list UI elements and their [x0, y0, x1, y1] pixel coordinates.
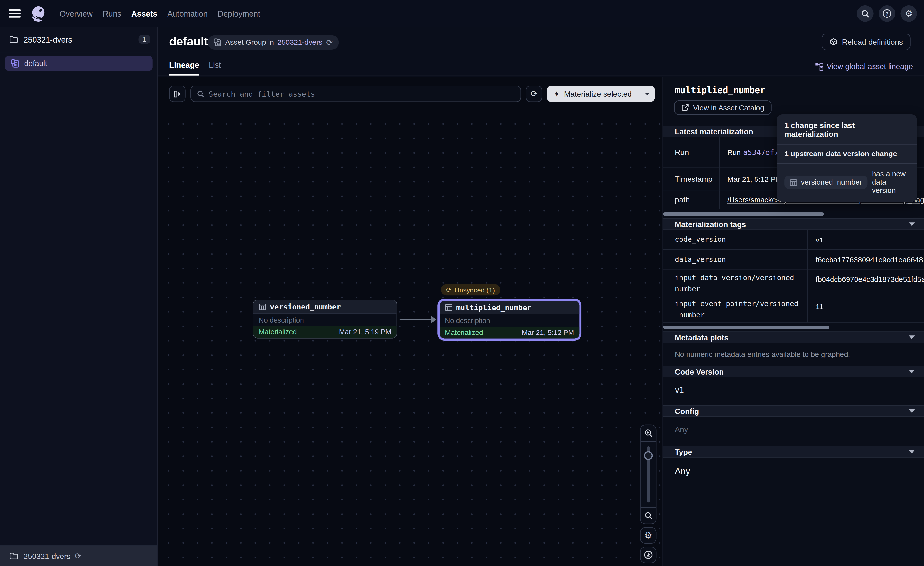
section-label: Metadata plots: [675, 333, 729, 342]
asset-groups-sidebar: 250321-dvers 1 default 250321-dvers ⟳: [0, 27, 158, 566]
reload-definitions-label: Reload definitions: [842, 38, 903, 46]
folder-icon: [9, 35, 18, 44]
badge-group-link[interactable]: 250321-dvers: [278, 38, 322, 47]
chevron-down-icon[interactable]: [909, 336, 915, 339]
sidebar-footer-label: 250321-dvers: [24, 552, 70, 560]
asset-details-panel: multiplied_number View in Asset Catalog …: [663, 77, 924, 566]
chevron-down-icon: [645, 92, 650, 95]
search-button[interactable]: [857, 5, 873, 22]
page-title: default: [169, 35, 208, 48]
tag-value: f6ccba1776380941e9cd1ea66481d: [808, 250, 924, 270]
run-prefix: Run: [728, 148, 741, 157]
view-global-asset-lineage-link[interactable]: View global asset lineage: [815, 62, 913, 71]
section-label: Type: [675, 447, 692, 456]
nav-item-overview[interactable]: Overview: [60, 9, 93, 18]
asset-node-multiplied-number[interactable]: multiplied_number No description Materia…: [438, 300, 580, 340]
settings-button[interactable]: ⚙: [900, 5, 917, 22]
help-button[interactable]: ?: [879, 5, 896, 22]
tag-key: input_event_pointer/versioned_number: [663, 297, 808, 322]
sidebar-item-default[interactable]: default: [4, 56, 153, 71]
run-id-link[interactable]: a5347ef7: [743, 148, 778, 157]
view-in-asset-catalog-button[interactable]: View in Asset Catalog: [674, 100, 771, 115]
refresh-graph-button[interactable]: ⟳: [526, 86, 542, 102]
refresh-icon[interactable]: ⟳: [75, 552, 81, 560]
zoom-in-button[interactable]: [640, 425, 656, 442]
materialize-dropdown-toggle[interactable]: [639, 86, 655, 102]
zoom-controls: [640, 424, 657, 524]
zoom-slider-thumb[interactable]: [644, 451, 652, 460]
chevron-down-icon[interactable]: [909, 450, 915, 453]
tag-value: 11: [808, 297, 924, 322]
main-content: default Asset Group in 250321-dvers ⟳: [158, 27, 924, 566]
sidebar-footer-code-location[interactable]: 250321-dvers ⟳: [0, 546, 158, 566]
tag-value: v1: [808, 230, 924, 250]
sidebar-group-row[interactable]: 250321-dvers 1: [0, 27, 158, 53]
panel-asset-title: multiplied_number: [663, 77, 924, 96]
zoom-out-button[interactable]: [640, 507, 656, 524]
lineage-edge: [400, 319, 433, 320]
section-header-materialization-tags[interactable]: Materialization tags: [663, 218, 924, 230]
popup-message: has a new data version: [872, 170, 909, 194]
chevron-down-icon[interactable]: [909, 409, 915, 413]
materialization-tags-table: code_version v1 data_version f6ccba17763…: [663, 230, 924, 322]
top-nav-actions: ? ⚙: [857, 5, 917, 22]
search-input[interactable]: [208, 89, 514, 98]
reload-definitions-icon: [829, 38, 838, 46]
expand-sidebar-button[interactable]: [169, 86, 186, 102]
section-header-config[interactable]: Config: [663, 405, 924, 417]
asset-group-badge[interactable]: Asset Group in 250321-dvers ⟳: [208, 35, 339, 50]
timestamp-value: Mar 21, 5:12 PM: [728, 175, 782, 183]
lineage-edge-arrowhead: [431, 316, 436, 323]
section-header-code-version[interactable]: Code Version: [663, 366, 924, 378]
tag-key: code_version: [663, 230, 808, 250]
tag-key: data_version: [663, 250, 808, 270]
reload-definitions-button[interactable]: Reload definitions: [821, 33, 910, 50]
refresh-icon[interactable]: ⟳: [326, 38, 333, 47]
lineage-canvas[interactable]: ⟳ ✦ Materialize selected ⟳ Unsynced (: [158, 77, 663, 566]
workspace: ⟳ ✦ Materialize selected ⟳ Unsynced (: [158, 77, 924, 566]
sidebar-item-label: default: [24, 59, 47, 68]
svg-text:?: ?: [885, 11, 888, 17]
download-icon: [644, 550, 653, 560]
view-global-asset-lineage-label: View global asset lineage: [826, 62, 913, 71]
dagster-logo-icon: [29, 5, 47, 23]
asset-node-description: No description: [254, 314, 397, 326]
asset-link-label: versioned_number: [801, 178, 862, 186]
asset-link-pill[interactable]: versioned_number: [784, 176, 867, 188]
chevron-down-icon[interactable]: [909, 370, 915, 373]
nav-item-deployment[interactable]: Deployment: [218, 9, 260, 18]
gear-icon: ⚙: [905, 8, 913, 19]
page-header: default Asset Group in 250321-dvers ⟳: [158, 27, 924, 76]
view-tabs: Lineage List: [169, 61, 221, 75]
table-icon: [445, 303, 453, 311]
materialize-selected-button[interactable]: ✦ Materialize selected: [547, 86, 655, 102]
table-icon: [790, 178, 798, 186]
asset-node-description: No description: [440, 314, 579, 327]
sidebar-group-count-badge: 1: [138, 35, 150, 44]
view-in-asset-catalog-label: View in Asset Catalog: [693, 104, 764, 112]
section-header-type[interactable]: Type: [663, 446, 924, 458]
hamburger-menu-icon[interactable]: [9, 9, 21, 18]
section-header-metadata-plots[interactable]: Metadata plots: [663, 331, 924, 343]
search-icon: [197, 90, 205, 98]
sparkle-icon: ✦: [554, 89, 560, 98]
section-label: Latest materialization: [675, 127, 753, 136]
graph-settings-button[interactable]: ⚙: [640, 527, 657, 543]
horizontal-scrollbar[interactable]: [663, 325, 830, 329]
asset-node-versioned-number[interactable]: versioned_number No description Material…: [253, 300, 397, 339]
nav-item-automation[interactable]: Automation: [168, 9, 208, 18]
tab-lineage[interactable]: Lineage: [169, 61, 200, 75]
zoom-slider[interactable]: [640, 442, 656, 507]
changes-popup: 1 change since last materialization 1 up…: [777, 114, 917, 202]
top-nav: Overview Runs Assets Automation Deployme…: [0, 0, 924, 27]
tab-list[interactable]: List: [208, 61, 221, 75]
nav-item-assets[interactable]: Assets: [131, 9, 158, 18]
chevron-down-icon[interactable]: [909, 222, 915, 226]
section-label: Code Version: [675, 367, 724, 376]
node-unsynced-badge[interactable]: ⟳ Unsynced (1): [441, 284, 500, 295]
nav-item-runs[interactable]: Runs: [103, 9, 122, 18]
help-icon: ?: [882, 9, 892, 18]
popup-detail-row: versioned_number has a new data version: [777, 164, 917, 202]
download-graph-button[interactable]: [640, 546, 657, 563]
horizontal-scrollbar[interactable]: [663, 212, 824, 216]
